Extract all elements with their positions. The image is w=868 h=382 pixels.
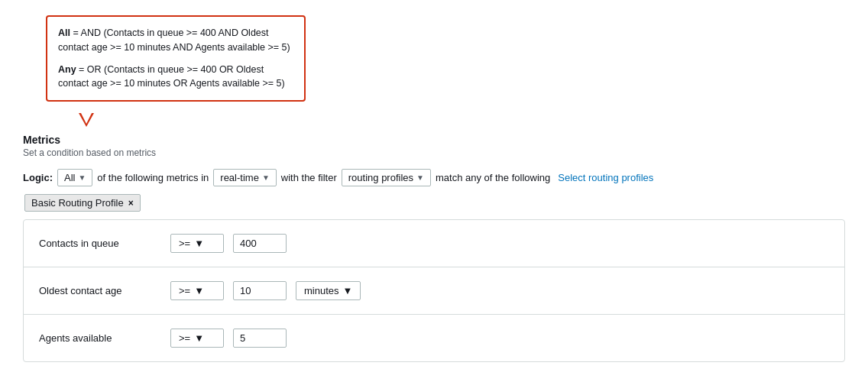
metric-row-oldest-contact: Oldest contact age >= ▼ minutes ▼ <box>24 267 844 315</box>
page-container: All = AND (Contacts in queue >= 400 AND … <box>0 0 868 362</box>
realtime-dropdown[interactable]: real-time ▼ <box>213 169 276 186</box>
unit-value-oldest: minutes <box>304 285 339 296</box>
routing-profiles-dropdown[interactable]: routing profiles ▼ <box>342 169 431 186</box>
logic-dropdown[interactable]: All ▼ <box>57 169 92 186</box>
metric-name-oldest: Oldest contact age <box>39 285 161 296</box>
logic-caret-icon: ▼ <box>78 173 86 182</box>
operator-dropdown-contacts[interactable]: >= ▼ <box>170 234 224 253</box>
operator-caret-agents: ▼ <box>194 332 204 344</box>
routing-profiles-caret-icon: ▼ <box>416 173 424 182</box>
operator-value-contacts: >= <box>179 238 190 249</box>
of-following-text: of the following metrics in <box>97 172 209 183</box>
unit-dropdown-oldest[interactable]: minutes ▼ <box>296 281 361 300</box>
metrics-title: Metrics <box>23 134 845 146</box>
operator-dropdown-agents[interactable]: >= ▼ <box>170 329 224 348</box>
logic-dropdown-value: All <box>64 172 75 183</box>
tooltip-all-text: = AND (Contacts in queue >= 400 AND Olde… <box>58 28 290 53</box>
realtime-value: real-time <box>220 172 259 183</box>
metrics-subtitle: Set a condition based on metrics <box>23 147 845 158</box>
metrics-section: Metrics Set a condition based on metrics… <box>15 134 853 362</box>
metric-row-contacts-in-queue: Contacts in queue >= ▼ <box>24 220 844 267</box>
tooltip-popup: All = AND (Contacts in queue >= 400 AND … <box>46 15 306 102</box>
tooltip-all-bold: All <box>58 28 70 38</box>
operator-value-oldest: >= <box>179 285 190 296</box>
tooltip-any-text: = OR (Contacts in queue >= 400 OR Oldest… <box>58 64 285 89</box>
routing-profiles-value: routing profiles <box>348 172 413 183</box>
metric-row-agents: Agents available >= ▼ <box>24 315 844 361</box>
routing-profile-tag: Basic Routing Profile × <box>24 194 141 212</box>
logic-label: Logic: <box>23 172 53 183</box>
operator-value-agents: >= <box>179 332 190 344</box>
metric-name-agents: Agents available <box>39 332 161 344</box>
operator-dropdown-oldest[interactable]: >= ▼ <box>170 281 224 300</box>
tooltip-any-bold: Any <box>58 64 76 75</box>
routing-profile-tag-label: Basic Routing Profile <box>31 197 124 209</box>
select-routing-profiles-link[interactable]: Select routing profiles <box>558 172 653 183</box>
value-input-agents[interactable] <box>233 329 287 348</box>
value-input-contacts[interactable] <box>233 234 287 253</box>
with-filter-text: with the filter <box>281 172 337 183</box>
value-input-oldest[interactable] <box>233 281 287 300</box>
operator-caret-contacts: ▼ <box>194 238 204 249</box>
logic-row: Logic: All ▼ of the following metrics in… <box>23 169 845 186</box>
metric-name-contacts: Contacts in queue <box>39 238 161 249</box>
realtime-caret-icon: ▼ <box>262 173 270 182</box>
tooltip-arrow <box>79 113 94 127</box>
operator-caret-oldest: ▼ <box>194 285 204 296</box>
routing-profile-tag-close[interactable]: × <box>128 198 134 209</box>
metrics-table: Contacts in queue >= ▼ Oldest contact ag… <box>23 219 845 362</box>
unit-caret-oldest: ▼ <box>343 285 353 296</box>
match-any-text: match any of the following <box>436 172 550 183</box>
